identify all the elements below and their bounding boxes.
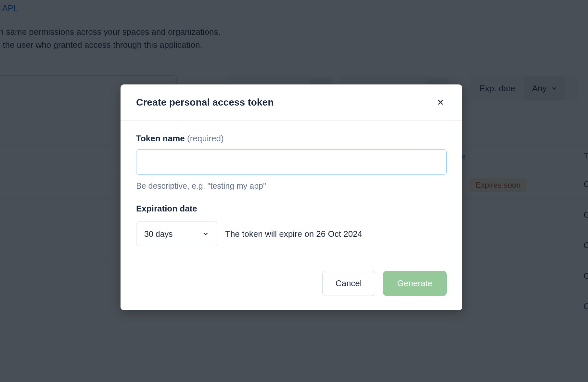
- token-name-required: (required): [187, 134, 224, 143]
- close-icon: [436, 98, 445, 107]
- expiration-section: Expiration date 30 days The token will e…: [136, 204, 447, 246]
- modal-title: Create personal access token: [136, 97, 274, 108]
- expiration-select[interactable]: 30 days: [136, 222, 217, 246]
- expiration-note: The token will expire on 26 Oct 2024: [225, 229, 362, 239]
- close-button[interactable]: [434, 96, 447, 108]
- modal-header: Create personal access token: [121, 84, 462, 121]
- modal-body: Token name (required) Be descriptive, e.…: [121, 121, 462, 261]
- expiration-row: 30 days The token will expire on 26 Oct …: [136, 222, 447, 246]
- modal-footer: Cancel Generate: [121, 261, 462, 310]
- token-name-helper: Be descriptive, e.g. "testing my app": [136, 181, 447, 191]
- expiration-label: Expiration date: [136, 204, 447, 214]
- token-name-label: Token name (required): [136, 134, 447, 144]
- expiration-selected-value: 30 days: [144, 229, 173, 239]
- chevron-down-icon: [202, 230, 209, 237]
- cancel-button[interactable]: Cancel: [322, 271, 375, 296]
- generate-button[interactable]: Generate: [383, 271, 447, 296]
- token-name-label-text: Token name: [136, 134, 185, 143]
- token-name-input[interactable]: [136, 149, 447, 175]
- create-token-modal: Create personal access token Token name …: [121, 84, 462, 310]
